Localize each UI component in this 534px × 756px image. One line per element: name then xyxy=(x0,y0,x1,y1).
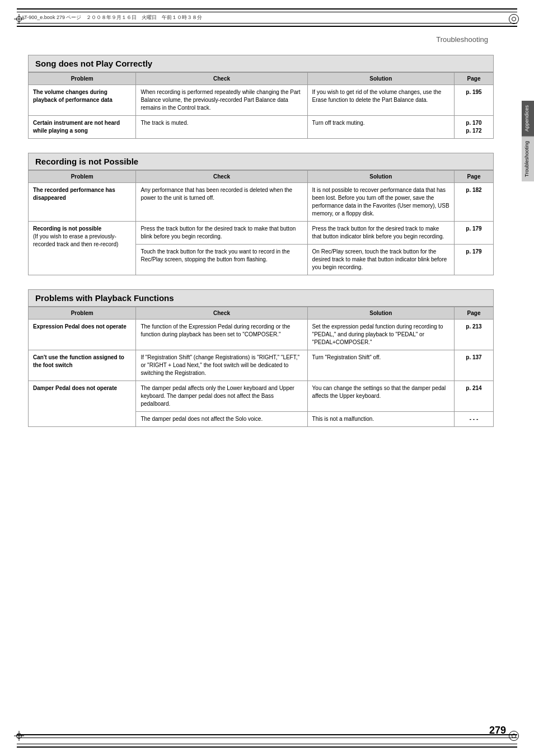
col-problem-2: Problem xyxy=(29,171,136,183)
solution-cell: If you wish to get rid of the volume cha… xyxy=(307,85,454,116)
table-song: Problem Check Solution Page The volume c… xyxy=(28,72,494,139)
col-problem-1: Problem xyxy=(29,73,136,85)
problem-cell: The volume changes during playback of pe… xyxy=(29,85,136,116)
page-title: Troubleshooting xyxy=(28,35,494,44)
check-cell: When recording is performed repeatedly w… xyxy=(136,85,307,116)
solution-cell: You can change the settings so that the … xyxy=(307,381,454,412)
problem-cell: Can't use the function assigned to the f… xyxy=(29,350,136,381)
col-problem-3: Problem xyxy=(29,307,136,320)
page-cell: p. 137 xyxy=(455,350,494,381)
page-cell: p. 179 xyxy=(455,245,494,275)
corner-mark-tr xyxy=(509,14,520,25)
col-page-3: Page xyxy=(455,307,494,320)
col-page-1: Page xyxy=(455,73,494,85)
section-song-header: Song does not Play Correctly xyxy=(28,55,494,72)
corner-mark-tl xyxy=(14,14,25,25)
table-row: Can't use the function assigned to the f… xyxy=(29,350,494,381)
header-text: AT-900_e.book 279 ページ ２００８年９月１６日 火曜日 午前１… xyxy=(17,12,517,24)
tab-appendices: Appendices xyxy=(522,101,534,136)
page-cell: p. 182 xyxy=(455,183,494,222)
col-check-2: Check xyxy=(136,171,307,183)
problem-cell: Expression Pedal does not operate xyxy=(29,320,136,350)
solution-cell: On Rec/Play screen, touch the track butt… xyxy=(307,245,454,275)
check-cell: The damper pedal affects only the Lower … xyxy=(136,381,307,412)
check-cell: The track is muted. xyxy=(136,116,307,139)
table-row: The volume changes during playback of pe… xyxy=(29,85,494,116)
page-cell: - - - xyxy=(455,412,494,427)
table-row: Damper Pedal does not operate The damper… xyxy=(29,381,494,412)
check-cell: The damper pedal does not affect the Sol… xyxy=(136,412,307,427)
check-cell: If "Registration Shift" (change Registra… xyxy=(136,350,307,381)
page-cell: p. 214 xyxy=(455,381,494,412)
problem-cell: The recorded performance has disappeared xyxy=(29,183,136,222)
check-cell: Press the track button for the desired t… xyxy=(136,222,307,245)
page-cell: p. 195 xyxy=(455,85,494,116)
section-recording-header: Recording is not Possible xyxy=(28,153,494,170)
check-cell: The function of the Expression Pedal dur… xyxy=(136,320,307,350)
check-cell: Any performance that has been recorded i… xyxy=(136,183,307,222)
page-cell: p. 179 xyxy=(455,222,494,245)
col-check-1: Check xyxy=(136,73,307,85)
solution-cell: This is not a malfunction. xyxy=(307,412,454,427)
page-cell: p. 170 p. 172 xyxy=(455,116,494,139)
problem-cell: Recording is not possible (If you wish t… xyxy=(29,222,136,275)
table-playback: Problem Check Solution Page Expression P… xyxy=(28,307,494,427)
table-row: Certain instrument are not heard while p… xyxy=(29,116,494,139)
table-row: Expression Pedal does not operate The fu… xyxy=(29,320,494,350)
solution-cell: Turn "Registration Shift" off. xyxy=(307,350,454,381)
solution-cell: Set the expression pedal function during… xyxy=(307,320,454,350)
solution-cell: It is not possible to recover performanc… xyxy=(307,183,454,222)
problem-cell: Certain instrument are not heard while p… xyxy=(29,116,136,139)
header-region: AT-900_e.book 279 ページ ２００８年９月１６日 火曜日 午前１… xyxy=(17,8,517,27)
table-recording: Problem Check Solution Page The recorded… xyxy=(28,170,494,275)
col-solution-2: Solution xyxy=(307,171,454,183)
check-cell: Touch the track button for the track you… xyxy=(136,245,307,275)
col-check-3: Check xyxy=(136,307,307,320)
bottom-inner xyxy=(17,738,517,744)
side-tab: Appendices Troubleshooting xyxy=(522,101,534,181)
table-row: Recording is not possible (If you wish t… xyxy=(29,222,494,245)
problem-cell: Damper Pedal does not operate xyxy=(29,381,136,427)
page-cell: p. 213 xyxy=(455,320,494,350)
section-playback-header: Problems with Playback Functions xyxy=(28,289,494,307)
bottom-region xyxy=(17,734,517,748)
col-solution-3: Solution xyxy=(307,307,454,320)
col-page-2: Page xyxy=(455,171,494,183)
tab-troubleshooting: Troubleshooting xyxy=(522,137,534,181)
solution-cell: Turn off track muting. xyxy=(307,116,454,139)
table-row: The recorded performance has disappeared… xyxy=(29,183,494,222)
solution-cell: Press the track button for the desired t… xyxy=(307,222,454,245)
col-solution-1: Solution xyxy=(307,73,454,85)
main-content: Troubleshooting Song does not Play Corre… xyxy=(0,30,522,463)
